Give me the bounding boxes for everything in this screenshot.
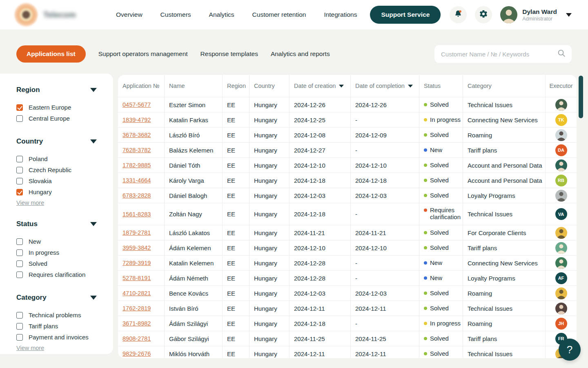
column-header-label: Category: [468, 83, 492, 89]
application-number-link[interactable]: 3678-3682: [122, 132, 151, 138]
application-number-link[interactable]: 8908-2781: [122, 335, 151, 342]
application-number-link[interactable]: 9829-2676: [122, 350, 151, 357]
executor-avatar[interactable]: JH: [555, 318, 567, 330]
chevron-down-icon[interactable]: [90, 296, 97, 300]
column-header-date-of-completion[interactable]: Date of completion: [351, 75, 419, 97]
filter-option-label: In progress: [29, 249, 59, 256]
tab-analytics-and-reports[interactable]: Analytics and reports: [271, 45, 330, 63]
executor-avatar[interactable]: [555, 257, 567, 269]
section-tabs: Applications listSupport operators manag…: [16, 45, 572, 63]
support-service-button[interactable]: Support Service: [370, 6, 441, 24]
checkbox-hungary[interactable]: [16, 189, 23, 195]
country-cell: Hungary: [249, 97, 290, 112]
executor-cell: [546, 286, 577, 301]
checkbox-solved[interactable]: [16, 260, 23, 267]
checkbox-payment-and-invoices[interactable]: [16, 334, 23, 341]
executor-avatar[interactable]: [555, 227, 567, 239]
application-number-link[interactable]: 1561-8283: [122, 211, 151, 218]
checkbox-tariff-plans[interactable]: [16, 323, 23, 330]
user-menu[interactable]: Dylan Ward Administrator: [500, 6, 572, 23]
application-number-link[interactable]: 7628-3782: [122, 147, 151, 153]
checkbox-in-progress[interactable]: [16, 249, 23, 256]
application-number-link[interactable]: 7289-3919: [122, 260, 151, 266]
application-number-link[interactable]: 1331-4664: [122, 177, 151, 184]
executor-avatar[interactable]: RB: [555, 175, 567, 186]
sort-descending-icon[interactable]: [408, 85, 413, 88]
tab-applications-list[interactable]: Applications list: [16, 45, 86, 63]
column-header-date-of-creation[interactable]: Date of creation: [290, 75, 351, 97]
notifications-button[interactable]: [450, 6, 467, 23]
filter-group-header[interactable]: Category: [16, 294, 97, 302]
filter-group-header[interactable]: Region: [16, 86, 97, 94]
application-number-link[interactable]: 1762-2819: [122, 305, 151, 312]
table-row: 1331-4664Károly VargaEEHungary2024-12-18…: [118, 173, 577, 188]
nav-item-analytics[interactable]: Analytics: [209, 11, 234, 18]
country-cell: Hungary: [249, 225, 290, 240]
checkbox-technical-problems[interactable]: [16, 312, 23, 319]
view-more-link[interactable]: View more: [16, 200, 44, 206]
executor-avatar[interactable]: [555, 242, 567, 254]
application-number-link[interactable]: 6783-2828: [122, 192, 151, 199]
status-cell: Solved: [419, 301, 463, 316]
executor-avatar[interactable]: [555, 303, 567, 314]
bell-icon: [454, 9, 463, 20]
nav-item-customers[interactable]: Customers: [160, 11, 191, 18]
checkbox-czech-republic[interactable]: [16, 167, 23, 173]
brand: Telecom: [15, 3, 96, 26]
application-number-link[interactable]: 4710-2821: [122, 290, 151, 296]
filter-group-header[interactable]: Country: [16, 137, 97, 146]
table-scrollbar-thumb[interactable]: [579, 76, 583, 118]
date-of-completion-cell: 2024-12-11: [351, 346, 419, 358]
nav-item-overview[interactable]: Overview: [116, 11, 143, 18]
tab-response-templates[interactable]: Response templates: [200, 45, 258, 63]
executor-avatar[interactable]: DA: [555, 144, 567, 156]
application-number-link[interactable]: 1879-2781: [122, 229, 151, 236]
application-number-link[interactable]: 1839-4792: [122, 117, 151, 123]
filter-option-label: Central Europe: [29, 115, 70, 122]
filter-group-header[interactable]: Status: [16, 220, 97, 228]
date-of-creation-cell: 2024-12-10: [290, 240, 351, 255]
application-number-cell: 1331-4664: [118, 173, 165, 188]
application-number-link[interactable]: 3671-8982: [122, 320, 151, 327]
nav-item-customer-retention[interactable]: Customer retention: [252, 11, 306, 18]
chevron-down-icon[interactable]: [566, 13, 572, 17]
search-icon[interactable]: [557, 49, 566, 59]
tab-support-operators-management[interactable]: Support operators management: [98, 45, 188, 63]
sort-descending-icon[interactable]: [339, 85, 344, 88]
executor-avatar[interactable]: [555, 129, 567, 141]
filter-option: Tariff plans: [16, 321, 97, 332]
checkbox-central-europe[interactable]: [16, 115, 23, 122]
category-cell: Tariff plans: [463, 143, 546, 157]
checkbox-slovakia[interactable]: [16, 178, 23, 184]
filter-option-label: Tariff plans: [29, 323, 58, 330]
view-more-link[interactable]: View more: [16, 345, 44, 351]
chevron-down-icon[interactable]: [90, 222, 97, 226]
status-cell: In progress: [419, 316, 463, 331]
application-number-link[interactable]: 3959-3842: [122, 245, 151, 251]
executor-avatar[interactable]: TK: [555, 114, 567, 126]
settings-button[interactable]: [475, 6, 492, 23]
chevron-down-icon[interactable]: [90, 139, 97, 144]
nav-item-integrations[interactable]: Integrations: [324, 11, 357, 18]
executor-avatar[interactable]: AF: [555, 272, 567, 284]
executor-avatar[interactable]: [555, 159, 567, 171]
chevron-down-icon[interactable]: [90, 88, 97, 92]
column-header-label: Status: [424, 83, 441, 89]
executor-avatar[interactable]: [555, 190, 567, 202]
executor-avatar[interactable]: VA: [555, 208, 567, 220]
checkbox-poland[interactable]: [16, 156, 23, 162]
executor-avatar[interactable]: [555, 99, 567, 111]
checkbox-requires-clarification[interactable]: [16, 272, 23, 278]
region-cell: EE: [223, 128, 249, 142]
executor-avatar[interactable]: [555, 287, 567, 299]
checkbox-new[interactable]: [16, 238, 23, 245]
application-number-link[interactable]: 1782-9885: [122, 162, 151, 168]
application-number-cell: 3671-8982: [118, 316, 165, 331]
search-input[interactable]: [441, 51, 557, 58]
application-number-link[interactable]: 5278-8191: [122, 275, 151, 281]
table-row: 1561-8283Zoltán NagyEEHungary2024-12-18-…: [118, 203, 577, 225]
checkbox-eastern-europe[interactable]: [16, 104, 23, 111]
help-button[interactable]: ?: [559, 339, 581, 361]
application-number-link[interactable]: 0457-5677: [122, 101, 151, 108]
name-cell: Bence Kovács: [165, 286, 223, 301]
